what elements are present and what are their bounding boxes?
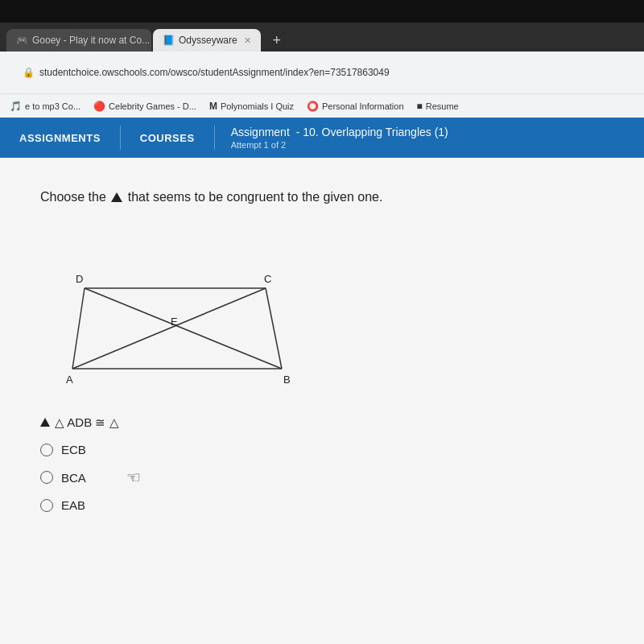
bookmark-poly-icon: M xyxy=(209,101,217,112)
svg-line-4 xyxy=(72,288,266,369)
svg-line-2 xyxy=(266,288,282,369)
bookmark-personal-label: Personal Information xyxy=(322,101,404,111)
assignment-info: Assignment - 10. Overlapping Triangles (… xyxy=(215,126,468,150)
assignments-label: ASSIGNMENTS xyxy=(19,132,101,144)
radio-bca[interactable] xyxy=(40,471,53,484)
courses-nav-btn[interactable]: COURSES xyxy=(121,118,214,158)
svg-line-0 xyxy=(72,288,85,369)
question-before: Choose the xyxy=(40,190,106,204)
radio-eab[interactable] xyxy=(40,499,53,512)
svg-line-5 xyxy=(85,288,282,369)
courses-label: COURSES xyxy=(140,132,195,144)
point-B-label: B xyxy=(283,374,291,386)
option-bca[interactable]: BCA ☜ xyxy=(40,468,604,487)
tab-gooey[interactable]: 🎮 Gooey - Play it now at Co... ✕ xyxy=(6,29,151,52)
lock-icon: 🔒 xyxy=(23,67,35,78)
bookmark-personal-icon: ⭕ xyxy=(307,101,319,112)
bookmark-mp3[interactable]: 🎵 e to mp3 Co... xyxy=(6,99,84,114)
bookmarks-bar: 🎵 e to mp3 Co... 🔴 Celebrity Games - D..… xyxy=(0,93,644,118)
point-E-label: E xyxy=(171,316,178,328)
tab-close-odysseyware[interactable]: ✕ xyxy=(244,35,251,46)
new-tab-button[interactable]: + xyxy=(266,29,288,52)
bookmark-poly[interactable]: M Polynomials I Quiz xyxy=(206,99,297,114)
bookmark-mp3-icon: 🎵 xyxy=(10,101,22,112)
tab-label-odysseyware: Odysseyware xyxy=(179,35,237,46)
answer-label: △ ADB ≅ △ xyxy=(40,415,604,430)
address-bar[interactable]: 🔒 studentchoice.owschools.com/owsco/stud… xyxy=(13,60,631,85)
top-bar xyxy=(0,0,644,23)
assignment-title-text: - 10. Overlapping Triangles (1) xyxy=(296,126,448,138)
option-bca-label: BCA xyxy=(61,471,86,485)
bookmark-celeb[interactable]: 🔴 Celebrity Games - D... xyxy=(90,99,200,114)
radio-ecb[interactable] xyxy=(40,444,53,456)
geometry-diagram: A B C D E xyxy=(40,224,314,393)
assignment-attempt: Attempt 1 of 2 xyxy=(231,140,452,150)
bookmark-personal[interactable]: ⭕ Personal Information xyxy=(303,99,407,114)
diagram-container: A B C D E xyxy=(40,224,604,396)
bookmark-resume-label: Resume xyxy=(426,101,459,111)
address-bar-container: 🔒 studentchoice.owschools.com/owsco/stud… xyxy=(0,52,644,93)
assignments-nav-btn[interactable]: ASSIGNMENTS xyxy=(0,118,120,158)
tab-bar: 🎮 Gooey - Play it now at Co... ✕ 📘 Odyss… xyxy=(0,23,644,52)
answer-triangle-icon xyxy=(40,418,50,427)
options-list: ECB BCA ☜ EAB xyxy=(40,443,604,512)
point-C-label: C xyxy=(264,273,271,285)
tab-favicon-gooey: 🎮 xyxy=(16,35,27,46)
cursor-hand-icon: ☜ xyxy=(126,468,141,487)
main-content: Choose the that seems to be congruent to… xyxy=(0,158,644,644)
assignment-label: Assignment xyxy=(231,126,290,138)
point-D-label: D xyxy=(76,273,83,285)
app-header: ASSIGNMENTS COURSES Assignment - 10. Ove… xyxy=(0,118,644,158)
bookmark-poly-label: Polynomials I Quiz xyxy=(221,101,294,111)
answer-prefix: △ ADB ≅ △ xyxy=(55,415,119,430)
bookmark-celeb-icon: 🔴 xyxy=(93,101,105,112)
bookmark-mp3-label: e to mp3 Co... xyxy=(25,101,80,111)
question-text: Choose the that seems to be congruent to… xyxy=(40,190,604,204)
bookmark-resume-icon: ■ xyxy=(417,101,423,112)
question-after: that seems to be congruent to the given … xyxy=(128,190,383,204)
option-ecb[interactable]: ECB xyxy=(40,443,604,456)
assignment-title: Assignment - 10. Overlapping Triangles (… xyxy=(231,126,452,138)
bookmark-resume[interactable]: ■ Resume xyxy=(414,99,462,114)
tab-odysseyware[interactable]: 📘 Odysseyware ✕ xyxy=(153,29,261,52)
tab-label-gooey: Gooey - Play it now at Co... xyxy=(32,35,150,46)
tab-favicon-odysseyware: 📘 xyxy=(163,35,174,46)
option-ecb-label: ECB xyxy=(61,443,86,456)
option-eab[interactable]: EAB xyxy=(40,498,604,512)
option-eab-label: EAB xyxy=(61,498,85,512)
url-text: studentchoice.owschools.com/owsco/studen… xyxy=(39,67,621,78)
bookmark-celeb-label: Celebrity Games - D... xyxy=(109,101,196,111)
triangle-icon xyxy=(111,192,122,202)
point-A-label: A xyxy=(66,374,73,386)
